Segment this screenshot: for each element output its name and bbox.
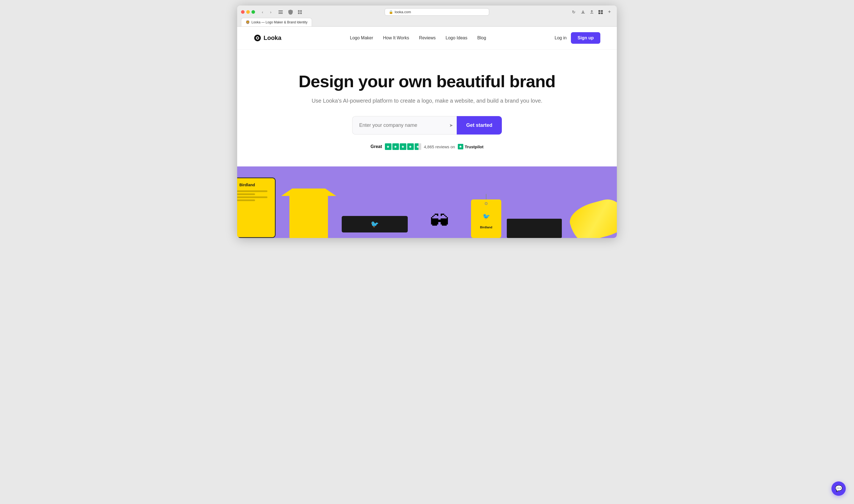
- get-started-button[interactable]: Get started: [457, 116, 502, 134]
- dark-box-mockup: [507, 219, 562, 238]
- browser-nav: ‹ ›: [259, 8, 274, 16]
- svg-point-11: [257, 37, 258, 39]
- tablet-mockup: 🐦 Birdland: [237, 177, 276, 238]
- star-5-half: ★: [415, 143, 421, 150]
- hangtag-mockup: 🐦 Birdland: [471, 199, 501, 238]
- hero-input-row: ➤ Get started: [254, 116, 600, 134]
- chat-button[interactable]: 💬: [832, 482, 846, 496]
- hero-section: Design your own beautiful brand Use Look…: [237, 50, 617, 166]
- address-bar[interactable]: 🔒 looka.com: [385, 8, 489, 16]
- tab-title: Looka — Logo Maker & Brand Identity: [252, 20, 307, 24]
- download-icon[interactable]: [579, 8, 586, 16]
- nav-link-how-it-works[interactable]: How It Works: [383, 35, 409, 40]
- svg-rect-1: [278, 12, 283, 12]
- nav-link-blog[interactable]: Blog: [477, 35, 486, 40]
- sidebar-toggle[interactable]: [277, 8, 284, 16]
- trustpilot-logo: ★ Trustpilot: [458, 144, 484, 149]
- pen-bird-icon: 🐦: [370, 220, 379, 228]
- logo-text: Looka: [264, 34, 281, 41]
- traffic-lights: [241, 10, 255, 14]
- tape-measure-mockup: [567, 194, 617, 238]
- hero-subtitle: Use Looka's AI-powered platform to creat…: [254, 98, 600, 104]
- hangtag-hole: [485, 202, 488, 205]
- shield-icon[interactable]: [287, 8, 294, 16]
- refresh-button[interactable]: ↻: [570, 8, 577, 16]
- svg-rect-3: [298, 10, 299, 12]
- sunglasses-mockup: 🕶: [413, 208, 466, 235]
- add-tab-button[interactable]: +: [606, 8, 613, 16]
- back-button[interactable]: ‹: [259, 8, 266, 16]
- tablet-brand-area: 🐦 Birdland: [237, 182, 255, 188]
- svg-rect-4: [300, 10, 302, 12]
- tablet-line-3: [237, 196, 268, 198]
- trustpilot-row: Great ★ ★ ★ ★ ★ 4,865 reviews on ★ Trust…: [254, 143, 600, 150]
- trustpilot-stars: ★ ★ ★ ★ ★: [385, 143, 421, 150]
- trustpilot-star-icon: ★: [458, 144, 463, 149]
- share-icon[interactable]: [588, 8, 595, 16]
- forward-button[interactable]: ›: [267, 8, 274, 16]
- website-content: Looka Logo Maker How It Works Reviews Lo…: [237, 27, 617, 238]
- tablet-brand-name: Birdland: [239, 183, 255, 187]
- pen-box-mockup: 🐦: [342, 216, 408, 232]
- svg-rect-8: [601, 10, 603, 12]
- url-text: looka.com: [395, 10, 411, 14]
- star-2: ★: [392, 143, 399, 150]
- hangtag-brand-name: Birdland: [480, 226, 492, 229]
- star-3: ★: [400, 143, 406, 150]
- tablet-line-4: [237, 199, 255, 201]
- mockup-container: 🐦 Birdland: [237, 166, 617, 238]
- tablet-line-2: [237, 193, 255, 195]
- browser-tab[interactable]: 🦁 Looka — Logo Maker & Brand Identity: [241, 18, 312, 26]
- svg-rect-10: [601, 12, 603, 14]
- extensions-icon[interactable]: [296, 8, 304, 16]
- svg-rect-7: [598, 10, 600, 12]
- login-button[interactable]: Log in: [555, 35, 567, 40]
- star-1: ★: [385, 143, 392, 150]
- browser-chrome: ‹ ›: [237, 5, 617, 27]
- close-button[interactable]: [241, 10, 244, 14]
- browser-window: ‹ ›: [237, 5, 617, 238]
- main-navigation: Looka Logo Maker How It Works Reviews Lo…: [237, 27, 617, 50]
- brand-mockup-section: 🐦 Birdland: [237, 166, 617, 238]
- tab-overview-icon[interactable]: [597, 8, 604, 16]
- maximize-button[interactable]: [252, 10, 255, 14]
- input-arrow-icon: ➤: [449, 123, 453, 128]
- hangtag-bird-icon: 🐦: [483, 213, 490, 220]
- tablet-screen: 🐦 Birdland: [237, 178, 275, 237]
- hero-title: Design your own beautiful brand: [254, 72, 600, 91]
- looka-logo-icon: [254, 34, 261, 42]
- star-4: ★: [407, 143, 414, 150]
- pen-bird-logo: 🐦: [370, 220, 379, 228]
- nav-link-reviews[interactable]: Reviews: [419, 35, 436, 40]
- svg-rect-5: [298, 12, 299, 14]
- nav-link-logo-maker[interactable]: Logo Maker: [350, 35, 374, 40]
- tablet-lines: [237, 191, 272, 202]
- svg-rect-2: [278, 13, 283, 14]
- trustpilot-brand: Trustpilot: [465, 144, 484, 149]
- hangtag-string: [486, 194, 487, 199]
- nav-links: Logo Maker How It Works Reviews Logo Ide…: [350, 35, 486, 40]
- tshirt-mockup: [281, 188, 336, 238]
- tablet-line-1: [237, 191, 268, 192]
- svg-rect-0: [278, 11, 283, 11]
- browser-toolbar: 🔒 looka.com ↻: [287, 8, 613, 16]
- nav-link-logo-ideas[interactable]: Logo Ideas: [446, 35, 468, 40]
- lock-icon: 🔒: [389, 10, 393, 14]
- tab-favicon: 🦁: [246, 20, 250, 24]
- site-logo[interactable]: Looka: [254, 34, 281, 42]
- chat-icon: 💬: [835, 485, 842, 492]
- svg-rect-6: [300, 12, 302, 14]
- company-name-input[interactable]: [352, 116, 457, 134]
- company-input-wrapper: ➤: [352, 116, 457, 134]
- nav-actions: Log in Sign up: [555, 32, 600, 44]
- svg-rect-9: [598, 12, 600, 14]
- trustpilot-review-count: 4,865 reviews on: [424, 144, 455, 149]
- signup-button[interactable]: Sign up: [571, 32, 600, 44]
- trustpilot-rating-label: Great: [370, 144, 382, 149]
- minimize-button[interactable]: [246, 10, 250, 14]
- tape-visual: [566, 196, 617, 238]
